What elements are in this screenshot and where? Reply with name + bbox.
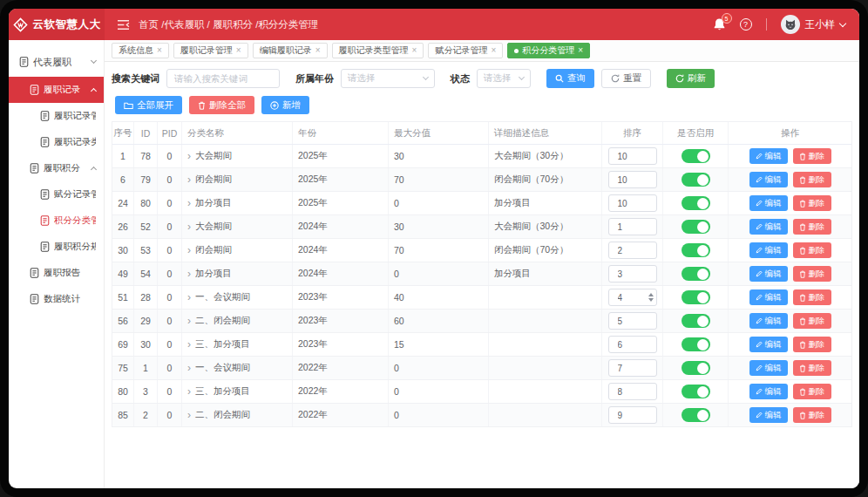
- tab-close-icon[interactable]: ×: [236, 46, 241, 55]
- cell-year: 2022年: [293, 404, 389, 426]
- help-icon[interactable]: ?: [740, 18, 752, 31]
- edit-button[interactable]: 编辑: [749, 195, 788, 211]
- edit-button[interactable]: 编辑: [749, 360, 788, 376]
- tab[interactable]: 系统信息 ×: [112, 43, 169, 58]
- sidebar-item[interactable]: 履职记录类型管理: [9, 129, 104, 155]
- expand-caret-icon[interactable]: ›: [187, 269, 191, 279]
- delete-button[interactable]: 删除: [793, 195, 831, 211]
- cell-pid: 0: [158, 404, 182, 426]
- year-select[interactable]: 请选择: [341, 69, 435, 88]
- tab-close-icon[interactable]: ×: [491, 46, 496, 55]
- sidebar-item[interactable]: 履职记录管理: [9, 103, 104, 129]
- delete-button[interactable]: 删除: [793, 407, 831, 423]
- keyword-input[interactable]: [166, 69, 280, 88]
- edit-button[interactable]: 编辑: [749, 313, 788, 329]
- tab[interactable]: 履职记录类型管理 ×: [332, 43, 424, 58]
- edit-button[interactable]: 编辑: [749, 384, 788, 399]
- enable-toggle[interactable]: [682, 290, 710, 304]
- delete-button[interactable]: 删除: [793, 242, 831, 258]
- expand-caret-icon[interactable]: ›: [187, 174, 191, 185]
- sort-input[interactable]: [608, 171, 657, 188]
- sidebar-item[interactable]: 履职报告: [9, 260, 104, 286]
- delete-button[interactable]: 删除: [793, 172, 831, 187]
- expand-caret-icon[interactable]: ›: [187, 292, 191, 303]
- sort-input[interactable]: [608, 336, 657, 353]
- edit-button[interactable]: 编辑: [749, 337, 788, 352]
- sort-input[interactable]: [608, 383, 657, 400]
- enable-toggle[interactable]: [682, 408, 710, 422]
- edit-button[interactable]: 编辑: [749, 172, 788, 187]
- expand-caret-icon[interactable]: ›: [187, 410, 191, 420]
- enable-toggle[interactable]: [682, 196, 710, 210]
- enable-toggle[interactable]: [682, 361, 710, 375]
- expand-caret-icon[interactable]: ›: [187, 245, 191, 255]
- edit-button[interactable]: 编辑: [749, 266, 788, 282]
- menu-fold-icon[interactable]: [117, 19, 130, 31]
- tab[interactable]: 编辑履职记录 ×: [253, 43, 328, 58]
- enable-toggle[interactable]: [682, 314, 710, 328]
- edit-button[interactable]: 编辑: [749, 219, 788, 235]
- expand-caret-icon[interactable]: ›: [187, 386, 191, 397]
- sort-input[interactable]: [608, 218, 657, 235]
- reset-button[interactable]: 重置: [601, 69, 651, 88]
- edit-button[interactable]: 编辑: [749, 242, 788, 258]
- notification-bell-icon[interactable]: 5: [713, 17, 726, 31]
- search-button[interactable]: 查询: [546, 69, 594, 88]
- delete-button[interactable]: 删除: [793, 313, 831, 329]
- sidebar-item[interactable]: 数据统计: [9, 286, 104, 312]
- tab-close-icon[interactable]: ×: [412, 46, 417, 55]
- enable-toggle[interactable]: [682, 220, 710, 234]
- delete-button[interactable]: 删除: [793, 148, 831, 164]
- delete-button[interactable]: 删除: [793, 337, 831, 352]
- delete-all-button[interactable]: 删除全部: [189, 96, 254, 114]
- delete-button[interactable]: 删除: [793, 289, 831, 305]
- expand-caret-icon[interactable]: ›: [187, 198, 191, 208]
- sidebar-item[interactable]: 代表履职: [9, 47, 104, 77]
- sort-input[interactable]: [608, 242, 657, 259]
- refresh-button[interactable]: 刷新: [667, 69, 715, 88]
- sidebar-item[interactable]: 积分分类管理: [9, 208, 104, 234]
- sort-input[interactable]: [608, 265, 657, 283]
- tab-close-icon[interactable]: ×: [578, 46, 583, 55]
- sidebar-item[interactable]: 履职积分规则: [9, 234, 104, 260]
- breadcrumb[interactable]: 首页 /代表履职 / 履职积分 /积分分类管理: [139, 18, 318, 31]
- delete-button[interactable]: 删除: [793, 384, 831, 399]
- expand-caret-icon[interactable]: ›: [187, 221, 191, 232]
- add-button[interactable]: 新增: [261, 96, 309, 114]
- user-menu[interactable]: 王小样: [781, 15, 846, 34]
- enable-toggle[interactable]: [682, 267, 710, 281]
- tab[interactable]: 积分分类管理 ×: [507, 43, 590, 58]
- expand-caret-icon[interactable]: ›: [187, 363, 191, 373]
- expand-caret-icon[interactable]: ›: [187, 151, 191, 161]
- enable-toggle[interactable]: [682, 149, 710, 163]
- cell-enabled: [663, 262, 729, 285]
- sort-input[interactable]: [608, 194, 657, 212]
- edit-button[interactable]: 编辑: [749, 407, 788, 423]
- expand-caret-icon[interactable]: ›: [187, 316, 191, 326]
- edit-button[interactable]: 编辑: [749, 148, 788, 164]
- sort-input[interactable]: [608, 406, 657, 424]
- expand-all-button[interactable]: 全部展开: [115, 96, 182, 114]
- tab-close-icon[interactable]: ×: [315, 46, 321, 55]
- sort-input[interactable]: [608, 359, 657, 377]
- enable-toggle[interactable]: [682, 243, 710, 257]
- delete-button[interactable]: 删除: [793, 360, 831, 376]
- tab[interactable]: 履职记录管理 ×: [173, 43, 248, 58]
- cell-id: 1: [134, 357, 158, 379]
- enable-toggle[interactable]: [682, 337, 710, 351]
- sidebar-item[interactable]: 赋分记录管理: [9, 181, 104, 208]
- sort-spinner[interactable]: [648, 293, 654, 302]
- enable-toggle[interactable]: [682, 173, 710, 187]
- tab[interactable]: 赋分记录管理 ×: [428, 43, 503, 58]
- enable-toggle[interactable]: [682, 385, 710, 398]
- sort-input[interactable]: [608, 312, 657, 330]
- edit-button[interactable]: 编辑: [749, 289, 788, 305]
- delete-button[interactable]: 删除: [793, 219, 831, 235]
- sidebar-item[interactable]: 履职积分: [9, 155, 104, 181]
- delete-button[interactable]: 删除: [793, 266, 831, 282]
- tab-close-icon[interactable]: ×: [157, 46, 162, 55]
- status-select[interactable]: 请选择: [477, 69, 531, 88]
- sort-input[interactable]: [608, 147, 657, 165]
- sidebar-item[interactable]: 履职记录: [9, 77, 104, 103]
- expand-caret-icon[interactable]: ›: [187, 339, 191, 350]
